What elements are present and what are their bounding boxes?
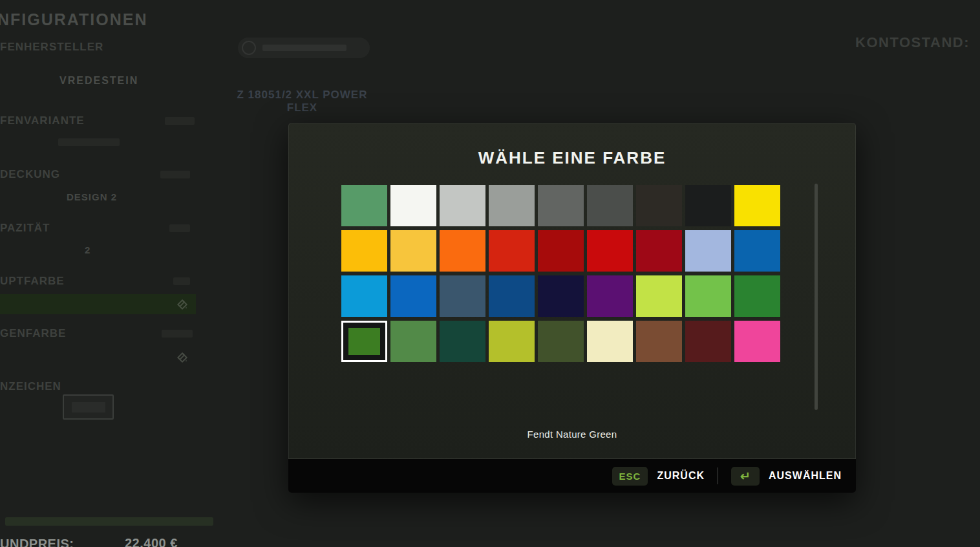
search-icon [242,41,256,55]
license-plate-button[interactable] [63,394,114,420]
color-swatch[interactable] [685,275,731,317]
paint-bucket-icon [176,352,188,363]
color-swatch[interactable] [587,321,633,362]
config-price-placeholder [173,277,190,285]
config-label-main-color: UPTFARBE [0,275,65,288]
config-label-tire-variant: FENVARIANTE [0,114,85,127]
config-price-placeholder [162,330,193,338]
enter-key-badge[interactable]: ↵ [731,467,760,486]
config-value-coverage: DESIGN 2 [67,191,117,202]
rim-color-row[interactable] [0,347,196,367]
color-swatch[interactable] [587,230,633,272]
enter-key-icon: ↵ [740,470,751,482]
color-picker-dialog: WÄHLE EINE FARBE Fendt Nature Green ESC … [288,123,856,493]
color-swatch[interactable] [489,321,535,362]
vehicle-name-line1: Z 18051/2 XXL POWER [213,89,391,102]
color-swatch[interactable] [685,185,731,226]
color-picker-panel: WÄHLE EINE FARBE Fendt Nature Green [288,123,856,459]
color-swatch[interactable] [440,185,485,226]
config-label-license-plate: NZEICHEN [0,380,61,393]
color-swatch[interactable] [734,275,780,317]
color-swatch[interactable] [538,321,584,362]
color-swatch[interactable] [636,321,682,362]
config-value-capacity: 2 [85,244,91,255]
config-price-placeholder [169,224,190,232]
paint-bucket-icon [176,299,188,310]
config-label-capacity: PAZITÄT [0,222,50,235]
config-value-tire-manufacturer: VREDESTEIN [59,75,138,87]
color-swatch[interactable] [341,185,387,226]
back-button[interactable]: ZURÜCK [657,470,705,482]
color-swatch[interactable] [390,321,436,362]
color-swatch[interactable] [489,185,535,226]
color-swatch[interactable] [440,321,485,362]
color-swatch[interactable] [538,275,584,317]
config-label-rim-color: GENFARBE [0,327,66,340]
color-swatch[interactable] [538,230,584,272]
color-swatch[interactable] [734,321,780,362]
config-price-placeholder [165,117,195,125]
color-swatch[interactable] [587,275,633,317]
color-swatch[interactable] [734,230,780,272]
base-price-value: 22.400 € [125,536,178,547]
vehicle-name: Z 18051/2 XXL POWER FLEX [213,89,391,114]
color-swatch[interactable] [390,185,436,226]
color-swatch[interactable] [440,230,485,272]
color-swatch-fill [348,328,380,355]
color-swatch-grid [341,185,780,362]
config-price-placeholder [160,171,190,178]
dialog-footer-bar: ESC ZURÜCK ↵ AUSWÄHLEN [288,459,856,493]
color-swatch[interactable] [587,185,633,226]
color-swatch[interactable] [636,185,682,226]
color-swatch[interactable] [341,275,387,317]
color-swatch[interactable] [440,275,485,317]
select-button[interactable]: AUSWÄHLEN [769,470,842,482]
modal-scrollbar[interactable] [815,184,818,410]
color-swatch[interactable] [734,185,780,226]
config-value-placeholder [58,138,120,146]
color-swatch[interactable] [685,321,731,362]
color-swatch[interactable] [489,230,535,272]
color-swatch[interactable] [341,230,387,272]
vehicle-name-line2: FLEX [213,102,391,114]
config-label-tire-manufacturer: FENHERSTELLER [0,41,103,54]
search-pill [238,38,370,58]
account-balance-label: KONTOSTAND: [855,34,970,51]
color-swatch[interactable] [685,230,731,272]
color-swatch[interactable] [636,230,682,272]
config-label-coverage: DECKUNG [0,168,60,181]
base-price-label: UNDPREIS: [0,537,74,547]
footer-divider [718,467,718,484]
selected-color-summary-placeholder [5,517,213,526]
search-placeholder-bar [262,45,346,51]
esc-key-label: ESC [619,471,641,482]
license-plate-preview [72,402,105,413]
selected-color-name: Fendt Nature Green [289,429,855,440]
esc-key-badge[interactable]: ESC [612,467,648,486]
main-color-row-selected[interactable] [0,294,196,314]
color-swatch[interactable] [538,185,584,226]
color-swatch[interactable] [390,275,436,317]
dialog-title: WÄHLE EINE FARBE [289,148,855,168]
game-screen: NFIGURATIONEN KONTOSTAND: Z 18051/2 XXL … [0,0,980,547]
page-title: NFIGURATIONEN [0,10,147,29]
color-swatch[interactable] [636,275,682,317]
color-swatch[interactable] [390,230,436,272]
color-swatch-selected[interactable] [341,321,387,362]
color-swatch[interactable] [489,275,535,317]
